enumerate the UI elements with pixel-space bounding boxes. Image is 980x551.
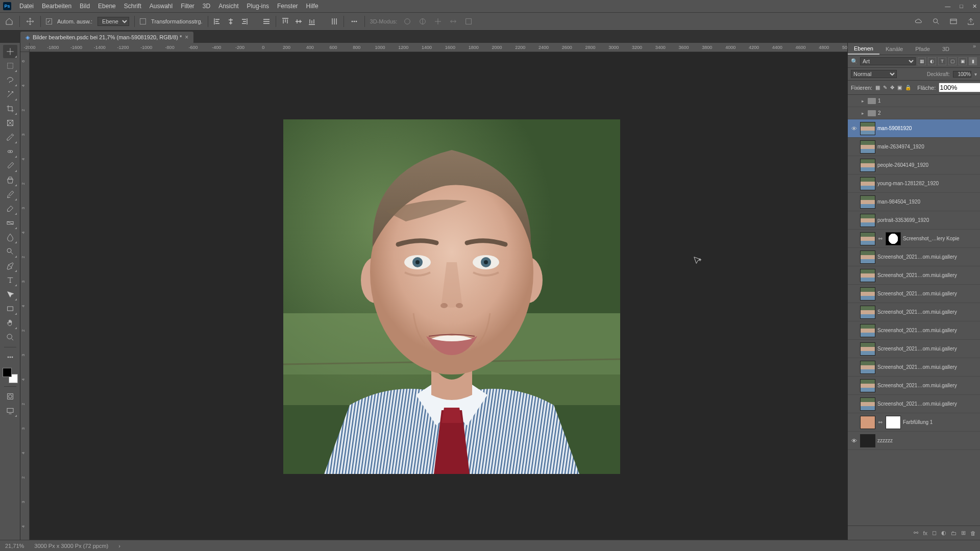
link-layers-icon[interactable]: ⚯ (914, 530, 918, 536)
document-canvas[interactable] (30, 52, 847, 540)
layer-name[interactable]: portrait-3353699_1920 (877, 217, 978, 223)
filter-pixel-icon[interactable]: ▦ (918, 57, 926, 65)
search-icon[interactable] (931, 16, 941, 27)
menu-bearbeiten[interactable]: Bearbeiten (42, 3, 71, 10)
layer-thumbnail[interactable] (860, 397, 875, 411)
align-hcenter-icon[interactable] (227, 17, 235, 26)
horizontal-ruler[interactable]: -2000-1800-1600-1400-1200-1000-800-600-4… (20, 43, 847, 52)
zoom-tool[interactable] (3, 331, 17, 344)
layer-row[interactable]: Screenshot_2021…om.miui.gallery (848, 321, 980, 340)
tab-ebenen[interactable]: Ebenen (848, 43, 879, 55)
foreground-color-swatch[interactable] (3, 368, 12, 377)
layer-name[interactable]: Screenshot_2021…om.miui.gallery (877, 291, 978, 296)
auto-select-checkbox[interactable] (46, 18, 52, 24)
menu-hilfe[interactable]: Hilfe (306, 3, 318, 10)
history-brush-tool[interactable] (3, 188, 17, 201)
align-vcenter-icon[interactable] (295, 17, 303, 26)
layer-row[interactable]: Screenshot_2021…om.miui.gallery (848, 248, 980, 266)
tab-kanaele[interactable]: Kanäle (879, 43, 909, 55)
layer-thumbnail[interactable] (860, 159, 875, 172)
layer-thumbnail[interactable] (860, 251, 875, 264)
auto-select-mode-dropdown[interactable]: Ebene (97, 17, 129, 26)
home-icon[interactable] (4, 16, 14, 27)
fill-input[interactable] (939, 83, 980, 92)
layer-name[interactable]: 1 (878, 98, 978, 104)
distribute-v-icon[interactable] (330, 17, 338, 26)
zoom-level[interactable]: 21,71% (5, 543, 24, 549)
lock-artboard-icon[interactable]: ▣ (897, 84, 902, 91)
menu-fenster[interactable]: Fenster (277, 3, 298, 10)
layer-name[interactable]: Screenshot_2021…om.miui.gallery (877, 328, 978, 333)
filter-smart-icon[interactable]: ▣ (959, 57, 967, 65)
layer-name[interactable]: Screenshot_2021…om.miui.gallery (877, 364, 978, 370)
layer-thumbnail[interactable] (860, 379, 875, 392)
rectangle-tool[interactable] (3, 302, 17, 315)
layer-name[interactable]: Farbfüllung 1 (903, 419, 978, 425)
layer-group[interactable]: ▸ 2 (848, 107, 980, 119)
layer-name[interactable]: Screenshot_2021…om.miui.gallery (877, 401, 978, 407)
layer-row[interactable]: ⚯ Screenshot_…lery Kopie (848, 230, 980, 248)
menu-filter[interactable]: Filter (181, 3, 194, 10)
align-left-icon[interactable] (213, 17, 222, 26)
link-icon[interactable]: ⚯ (877, 236, 884, 241)
crop-tool[interactable] (3, 102, 17, 115)
visibility-toggle[interactable]: 👁 (850, 438, 858, 444)
document-info[interactable]: 3000 Px x 3000 Px (72 ppcm) (34, 543, 108, 549)
layer-thumbnail[interactable] (860, 342, 875, 356)
menu-plugins[interactable]: Plug-ins (247, 3, 269, 10)
visibility-toggle[interactable]: 👁 (850, 126, 858, 132)
layer-thumbnail[interactable] (860, 140, 875, 154)
pen-tool[interactable] (3, 259, 17, 272)
menu-auswahl[interactable]: Auswahl (150, 3, 173, 10)
layer-row[interactable]: Screenshot_2021…om.miui.gallery (848, 377, 980, 395)
layer-row[interactable]: Screenshot_2021…om.miui.gallery (848, 340, 980, 358)
lock-transparency-icon[interactable]: ▦ (875, 84, 880, 91)
new-group-icon[interactable]: 🗀 (951, 530, 957, 536)
layer-row[interactable]: portrait-3353699_1920 (848, 211, 980, 230)
layer-row[interactable]: male-2634974_1920 (848, 138, 980, 156)
screen-mode-icon[interactable] (3, 404, 17, 417)
eraser-tool[interactable] (3, 202, 17, 215)
menu-ebene[interactable]: Ebene (98, 3, 116, 10)
align-top-icon[interactable] (281, 17, 289, 26)
menu-schrift[interactable]: Schrift (124, 3, 141, 10)
layer-name[interactable]: Screenshot_2021…om.miui.gallery (877, 383, 978, 388)
layer-name[interactable]: 2 (878, 110, 978, 116)
minimize-button[interactable]: — (945, 3, 950, 10)
layer-style-icon[interactable]: fx (923, 530, 927, 536)
dodge-tool[interactable] (3, 245, 17, 258)
panel-menu-icon[interactable]: » (969, 43, 980, 55)
menu-bild[interactable]: Bild (80, 3, 90, 10)
transform-controls-checkbox[interactable] (140, 18, 146, 24)
tab-pfade[interactable]: Pfade (909, 43, 936, 55)
mask-thumbnail[interactable] (886, 232, 901, 245)
mask-thumbnail[interactable] (886, 416, 901, 429)
layer-thumbnail[interactable] (860, 306, 875, 319)
layer-list[interactable]: ▸ 1 ▸ 2👁 man-59081920 male-2634974_1920 … (848, 95, 980, 525)
layer-row[interactable]: Screenshot_2021…om.miui.gallery (848, 395, 980, 413)
edit-toolbar-icon[interactable] (3, 350, 17, 364)
layer-name[interactable]: people-2604149_1920 (877, 162, 978, 168)
lock-position-icon[interactable]: ✥ (890, 84, 894, 91)
close-tab-icon[interactable]: × (185, 34, 188, 41)
layer-name[interactable]: man-984504_1920 (877, 199, 978, 205)
layer-thumbnail[interactable] (860, 232, 875, 245)
filter-toggle-icon[interactable]: ▮ (969, 57, 977, 65)
vertical-ruler[interactable]: 64234234234234234234 (20, 52, 30, 540)
layer-thumbnail[interactable] (860, 177, 875, 190)
align-right-icon[interactable] (240, 17, 248, 26)
menu-3d[interactable]: 3D (203, 3, 210, 10)
layer-thumbnail[interactable] (860, 195, 875, 209)
eye-icon[interactable]: 👁 (851, 126, 857, 132)
maximize-button[interactable]: □ (960, 3, 963, 10)
brush-tool[interactable] (3, 159, 17, 172)
layer-name[interactable]: zzzzzz (877, 438, 978, 443)
layer-row[interactable]: Screenshot_2021…om.miui.gallery (848, 266, 980, 285)
cloud-docs-icon[interactable] (914, 16, 924, 27)
share-icon[interactable] (966, 16, 976, 27)
gradient-tool[interactable] (3, 216, 17, 230)
layer-thumbnail[interactable] (860, 214, 875, 227)
filter-shape-icon[interactable]: ▢ (948, 57, 957, 65)
layer-row[interactable]: ⚯ Farbfüllung 1 (848, 413, 980, 432)
layer-row[interactable]: 👁 man-59081920 (848, 119, 980, 138)
